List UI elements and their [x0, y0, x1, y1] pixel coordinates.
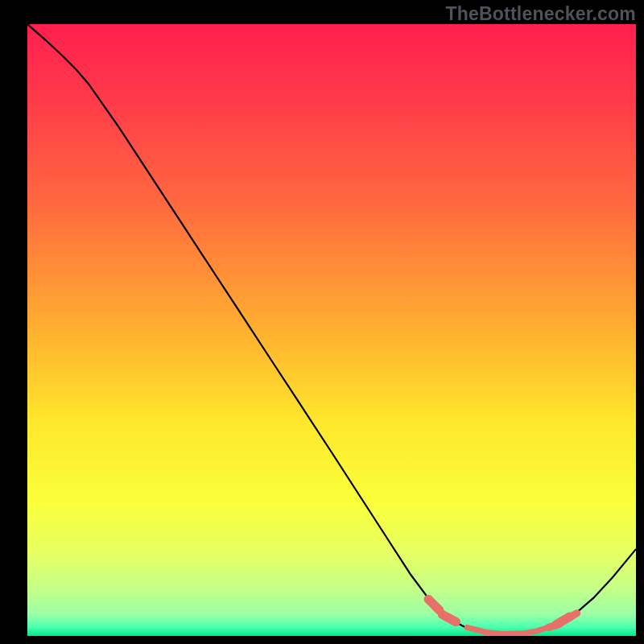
bottleneck-curve-plot	[0, 0, 644, 644]
gradient-background	[27, 24, 636, 636]
watermark-text: TheBottlenecker.com	[446, 3, 636, 25]
chart-frame: TheBottlenecker.com	[0, 0, 644, 644]
marker-point	[536, 629, 545, 632]
